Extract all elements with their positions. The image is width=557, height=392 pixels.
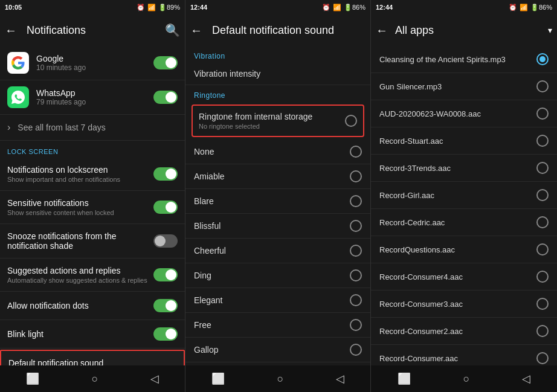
app-name-3: Record-Stuart.aac: [379, 137, 536, 146]
ringtone-free[interactable]: Free: [185, 313, 370, 338]
lockscreen-notifications-sub: Show important and other notifications: [7, 176, 153, 183]
app-radio-7[interactable]: [536, 243, 549, 255]
back-icon-left[interactable]: ←: [5, 24, 17, 37]
default-sound-item[interactable]: Default notification sound Elegant: [0, 350, 185, 365]
nav-bar-left: ⬜ ○ ◁: [0, 365, 185, 392]
blink-light-text: Blink light: [7, 329, 153, 339]
nav-square-mid[interactable]: ⬜: [199, 367, 237, 390]
battery-icon-mid: 🔋86%: [344, 4, 365, 11]
app-list-item-0[interactable]: Cleansing of the Ancient Spirits.mp3: [371, 46, 557, 73]
lockscreen-notifications-toggle[interactable]: [153, 167, 178, 181]
app-list-item-7[interactable]: RecordQuestions.aac: [371, 236, 557, 263]
app-list-item-8[interactable]: Record-Consumer4.aac: [371, 263, 557, 291]
app-list-item-11[interactable]: Record-Consumer.aac: [371, 345, 557, 365]
see-all-label: See all from last 7 days: [18, 123, 106, 132]
suggested-actions-toggle[interactable]: [153, 268, 178, 281]
ringtone-storage-radio[interactable]: [345, 115, 357, 127]
suggested-actions-item[interactable]: Suggested actions and replies Automatica…: [0, 259, 185, 292]
app-radio-5[interactable]: [536, 189, 549, 201]
app-radio-9[interactable]: [536, 298, 549, 310]
whatsapp-time: 79 minutes ago: [36, 98, 153, 106]
back-icon-right[interactable]: ←: [376, 24, 388, 37]
google-toggle[interactable]: [153, 56, 178, 69]
see-all-item[interactable]: › See all from last 7 days: [0, 115, 185, 141]
sensitive-notifications-toggle[interactable]: [153, 201, 178, 214]
whatsapp-toggle[interactable]: [153, 91, 178, 104]
app-name-2: AUD-20200623-WA0008.aac: [379, 109, 536, 118]
app-item-google[interactable]: Google 10 minutes ago: [0, 46, 185, 80]
ringtone-gallop[interactable]: Gallop: [185, 338, 370, 362]
dropdown-icon-right[interactable]: ▾: [548, 25, 552, 35]
app-list-item-2[interactable]: AUD-20200623-WA0008.aac: [371, 100, 557, 127]
notifications-scroll[interactable]: Google 10 minutes ago WhatsApp 79 minute…: [0, 46, 185, 365]
app-list-item-4[interactable]: Record-3Trends.aac: [371, 155, 557, 182]
all-apps-scroll[interactable]: Cleansing of the Ancient Spirits.mp3 Gun…: [371, 46, 557, 365]
nav-triangle-right[interactable]: ◁: [510, 367, 543, 390]
default-sound-scroll[interactable]: Vibration Vibration intensity Ringtone R…: [185, 46, 370, 365]
lockscreen-notifications-item[interactable]: Notifications on lockscreen Show importa…: [0, 158, 185, 191]
app-radio-2[interactable]: [536, 108, 549, 120]
ringtone-storage-item[interactable]: Ringtone from internal storage No ringto…: [192, 104, 364, 137]
app-radio-0[interactable]: [536, 53, 549, 65]
nav-circle-right[interactable]: ○: [451, 368, 482, 390]
ringtone-gallop-radio[interactable]: [350, 344, 362, 356]
app-list-item-5[interactable]: Record-Girl.aac: [371, 182, 557, 209]
blink-light-item[interactable]: Blink light: [0, 320, 185, 349]
battery-icon: 🔋89%: [158, 4, 180, 11]
ringtone-amiable-radio[interactable]: [350, 170, 362, 182]
ringtone-amiable[interactable]: Amiable: [185, 164, 370, 189]
nav-triangle-mid[interactable]: ◁: [324, 367, 356, 390]
app-radio-6[interactable]: [536, 216, 549, 228]
sensitive-notifications-title: Sensitive notifications: [7, 198, 153, 208]
nav-circle-mid[interactable]: ○: [265, 368, 296, 390]
app-radio-3[interactable]: [536, 135, 549, 147]
search-icon-left[interactable]: 🔍: [165, 23, 180, 37]
nav-bar-right: ⬜ ○ ◁: [371, 365, 557, 392]
google-time: 10 minutes ago: [36, 63, 153, 72]
app-radio-10[interactable]: [536, 325, 549, 337]
app-radio-8[interactable]: [536, 271, 549, 283]
app-name-5: Record-Girl.aac: [379, 191, 536, 200]
snooze-notifications-item[interactable]: Snooze notifications from the notificati…: [0, 224, 185, 259]
app-list-item-9[interactable]: Record-Consumer3.aac: [371, 291, 557, 318]
ringtone-none[interactable]: None: [185, 140, 370, 164]
app-radio-4[interactable]: [536, 162, 549, 174]
wifi-icon: 📶: [147, 4, 156, 11]
ringtone-blare[interactable]: Blare: [185, 189, 370, 214]
app-list-item-10[interactable]: Record-Consumer2.aac: [371, 318, 557, 345]
back-icon-mid[interactable]: ←: [190, 24, 202, 37]
app-radio-11[interactable]: [536, 352, 549, 364]
ringtone-cheerful-radio[interactable]: [350, 245, 362, 257]
ringtone-free-radio[interactable]: [350, 319, 362, 331]
app-radio-1[interactable]: [536, 80, 549, 92]
app-list-item-1[interactable]: Gun Silencer.mp3: [371, 73, 557, 100]
ringtone-blissful[interactable]: Blissful: [185, 214, 370, 239]
ringtone-elegant[interactable]: Elegant: [185, 288, 370, 313]
battery-icon-right: 🔋86%: [530, 4, 552, 11]
nav-square-left[interactable]: ⬜: [14, 367, 51, 390]
sensitive-notifications-item[interactable]: Sensitive notifications Show sensitive c…: [0, 191, 185, 224]
app-list-item-3[interactable]: Record-Stuart.aac: [371, 127, 557, 155]
vibration-intensity-item[interactable]: Vibration intensity: [185, 63, 370, 85]
ringtone-elegant-radio[interactable]: [350, 294, 362, 306]
ringtone-blissful-radio[interactable]: [350, 220, 362, 232]
blink-light-toggle[interactable]: [153, 327, 178, 341]
ringtone-ding[interactable]: Ding: [185, 263, 370, 288]
status-icons-right: ⏰ 📶 🔋86%: [509, 4, 552, 11]
ringtone-ding-radio[interactable]: [350, 269, 362, 281]
alarm-icon: ⏰: [137, 4, 145, 11]
app-list-item-6[interactable]: Record-Cedric.aac: [371, 209, 557, 236]
snooze-notifications-toggle[interactable]: [153, 234, 178, 248]
ringtone-blare-radio[interactable]: [350, 195, 362, 207]
nav-triangle-left[interactable]: ◁: [138, 367, 171, 390]
notification-dots-toggle[interactable]: [153, 299, 178, 312]
nav-circle-left[interactable]: ○: [80, 368, 111, 390]
lock-screen-label: LOCK SCREEN: [0, 141, 185, 158]
ringtone-none-radio[interactable]: [350, 146, 362, 158]
ringtone-storage-text: Ringtone from internal storage No ringto…: [199, 112, 345, 130]
notifications-panel: 10:05 ⏰ 📶 🔋89% ← Notifications 🔍 Google …: [0, 0, 185, 392]
notification-dots-item[interactable]: Allow notification dots: [0, 292, 185, 320]
ringtone-cheerful[interactable]: Cheerful: [185, 239, 370, 263]
app-item-whatsapp[interactable]: WhatsApp 79 minutes ago: [0, 80, 185, 115]
nav-square-right[interactable]: ⬜: [385, 367, 423, 390]
